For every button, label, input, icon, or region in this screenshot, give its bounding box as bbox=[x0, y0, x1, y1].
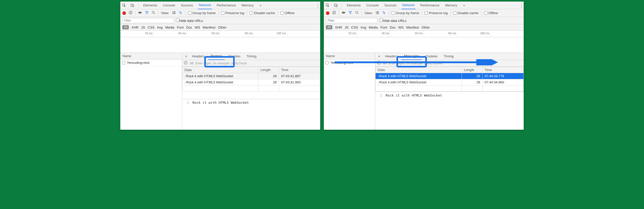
more-tabs-icon[interactable]: » bbox=[258, 3, 263, 8]
type-chip-all[interactable]: All bbox=[326, 25, 332, 29]
message-row[interactable]: ↓Rock it with HTML5 WebSocket 28 07:44:3… bbox=[376, 79, 524, 85]
waterfall-area[interactable] bbox=[120, 37, 320, 53]
tab-performance[interactable]: Performance bbox=[419, 2, 440, 9]
offline-checkbox[interactable]: Offline bbox=[484, 11, 498, 15]
type-chip-css[interactable]: CSS bbox=[351, 25, 358, 29]
type-chip-all[interactable]: All bbox=[122, 25, 129, 29]
subtab-headers[interactable]: Headers bbox=[189, 53, 207, 60]
col-length[interactable]: Length bbox=[462, 67, 482, 73]
subtab-timing[interactable]: Timing bbox=[441, 53, 456, 60]
group-by-frame-checkbox[interactable]: Group by frame bbox=[188, 11, 216, 15]
waterfall-area[interactable] bbox=[324, 37, 524, 53]
close-icon[interactable]: × bbox=[377, 54, 382, 58]
type-chip-img[interactable]: Img bbox=[361, 25, 366, 29]
col-time[interactable]: Time bbox=[482, 67, 524, 73]
group-by-frame-checkbox[interactable]: Group by frame bbox=[392, 11, 419, 15]
more-tabs-icon[interactable]: » bbox=[462, 3, 467, 8]
request-row[interactable]: ?encoding=text bbox=[120, 59, 182, 66]
type-chip-ws[interactable]: WS bbox=[195, 25, 200, 29]
type-chip-css[interactable]: CSS bbox=[148, 25, 155, 29]
messages-regex-hint[interactable]: Enter regex, for example: (web)?socket bbox=[388, 62, 442, 65]
tab-memory[interactable]: Memory bbox=[444, 2, 458, 9]
preserve-log-checkbox[interactable]: Preserve log bbox=[425, 11, 448, 15]
messages-filter-all[interactable]: All bbox=[383, 62, 386, 65]
type-chip-img[interactable]: Img bbox=[157, 25, 163, 29]
disable-cache-checkbox[interactable]: Disable cache bbox=[250, 11, 275, 15]
tab-network[interactable]: Network bbox=[401, 2, 416, 9]
clear-messages-icon[interactable] bbox=[377, 61, 381, 66]
subtab-frames[interactable]: Frames bbox=[208, 53, 225, 60]
filter-funnel-icon[interactable] bbox=[348, 11, 352, 15]
inspect-icon[interactable] bbox=[325, 3, 330, 8]
type-chip-js[interactable]: JS bbox=[345, 25, 349, 29]
timeline-ruler[interactable]: 20 ms 40 ms 60 ms 80 ms 100 ms bbox=[324, 31, 524, 37]
clear-icon[interactable] bbox=[332, 11, 336, 15]
disable-cache-checkbox[interactable]: Disable cache bbox=[453, 11, 479, 15]
hide-data-urls-checkbox[interactable]: Hide data URLs bbox=[379, 19, 406, 23]
kebab-menu-icon[interactable]: ⋮ bbox=[316, 3, 320, 8]
request-row[interactable]: ?encoding=text bbox=[324, 59, 375, 66]
type-chip-media[interactable]: Media bbox=[369, 25, 378, 29]
search-icon[interactable] bbox=[151, 11, 156, 15]
type-chip-other[interactable]: Other bbox=[218, 25, 226, 29]
tab-elements[interactable]: Elements bbox=[142, 2, 158, 9]
tab-performance[interactable]: Performance bbox=[216, 2, 237, 9]
type-chip-other[interactable]: Other bbox=[421, 25, 430, 29]
tab-memory[interactable]: Memory bbox=[241, 2, 255, 9]
message-row[interactable]: ↑Rock it with HTML5 WebSocket 28 07:44:3… bbox=[376, 73, 524, 79]
kebab-menu-icon[interactable]: ⋮ bbox=[519, 3, 524, 8]
filter-input[interactable] bbox=[122, 18, 174, 23]
col-data[interactable]: Data bbox=[182, 67, 258, 73]
type-chip-xhr[interactable]: XHR bbox=[335, 25, 342, 29]
subtab-cookies[interactable]: Cookies bbox=[423, 53, 440, 60]
frame-row[interactable]: ↓Rock it with HTML5 WebSocket 28 07:43:4… bbox=[182, 79, 320, 85]
subtab-timing[interactable]: Timing bbox=[244, 53, 259, 60]
device-toggle-icon[interactable] bbox=[334, 3, 338, 8]
subtab-cookies[interactable]: Cookies bbox=[226, 53, 243, 60]
filter-input[interactable] bbox=[326, 18, 377, 23]
type-chip-manifest[interactable]: Manifest bbox=[203, 25, 215, 29]
search-icon[interactable] bbox=[355, 11, 359, 15]
hide-data-urls-checkbox[interactable]: Hide data URLs bbox=[176, 19, 203, 23]
preserve-log-checkbox[interactable]: Preserve log bbox=[221, 11, 244, 15]
type-chip-font[interactable]: Font bbox=[177, 25, 184, 29]
tab-network[interactable]: Network bbox=[198, 2, 212, 9]
filter-funnel-icon[interactable] bbox=[145, 11, 149, 15]
name-column-header[interactable]: Name bbox=[324, 53, 375, 59]
col-time[interactable]: Time bbox=[279, 67, 320, 73]
frames-filter-all[interactable]: All bbox=[190, 62, 193, 65]
tab-sources[interactable]: Sources bbox=[180, 2, 194, 9]
type-chip-font[interactable]: Font bbox=[380, 25, 387, 29]
name-column-header[interactable]: Name bbox=[120, 53, 182, 59]
request-checkbox[interactable] bbox=[122, 61, 125, 64]
view-list-icon[interactable] bbox=[375, 11, 379, 15]
frame-row[interactable]: ↑Rock it with HTML5 WebSocket 28 07:43:4… bbox=[182, 73, 320, 79]
view-list-icon[interactable] bbox=[172, 11, 176, 15]
camera-icon[interactable] bbox=[138, 11, 142, 15]
view-waterfall-icon[interactable] bbox=[382, 11, 386, 15]
camera-icon[interactable] bbox=[342, 11, 346, 15]
clear-icon[interactable] bbox=[129, 11, 133, 15]
type-chip-xhr[interactable]: XHR bbox=[131, 25, 138, 29]
type-chip-doc[interactable]: Doc bbox=[390, 25, 396, 29]
close-icon[interactable]: × bbox=[184, 54, 188, 58]
offline-checkbox[interactable]: Offline bbox=[281, 11, 294, 15]
frames-regex-hint[interactable]: Enter regex, for example: (web)?sock bbox=[195, 62, 247, 65]
view-waterfall-icon[interactable] bbox=[179, 11, 183, 15]
tab-elements[interactable]: Elements bbox=[346, 2, 362, 9]
tab-console[interactable]: Console bbox=[365, 2, 380, 9]
record-icon[interactable] bbox=[122, 11, 126, 15]
col-data[interactable]: Data bbox=[376, 67, 462, 73]
inspect-icon[interactable] bbox=[122, 3, 126, 8]
col-length[interactable]: Length bbox=[258, 67, 279, 73]
type-chip-ws[interactable]: WS bbox=[398, 25, 404, 29]
clear-frames-icon[interactable] bbox=[184, 61, 188, 66]
subtab-messages[interactable]: Messages bbox=[401, 53, 422, 60]
timeline-ruler[interactable]: 20 ms 40 ms 60 ms 80 ms 100 ms bbox=[120, 31, 320, 37]
device-toggle-icon[interactable] bbox=[130, 3, 135, 8]
type-chip-manifest[interactable]: Manifest bbox=[406, 25, 419, 29]
type-chip-media[interactable]: Media bbox=[165, 25, 174, 29]
request-checkbox[interactable] bbox=[325, 61, 329, 64]
tab-sources[interactable]: Sources bbox=[383, 2, 398, 9]
type-chip-doc[interactable]: Doc bbox=[186, 25, 192, 29]
